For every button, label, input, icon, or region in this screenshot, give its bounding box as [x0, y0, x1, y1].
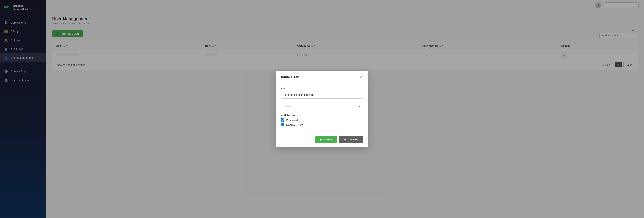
email-form-group: Email: [281, 87, 363, 99]
auth-methods-label: Auth Methods: [281, 113, 363, 116]
modal-body: Email: Viewer Editor Admin ▼ Auth Method… [276, 83, 368, 133]
modal-header: Invite User × [276, 71, 368, 83]
modal-title: Invite User [281, 75, 298, 79]
auth-methods-group: Auth Methods: Password Google OAuth [281, 113, 363, 126]
modal-invite-label: INVITE [324, 138, 332, 141]
auth-password-row[interactable]: Password [281, 118, 363, 122]
auth-google-oauth-checkbox[interactable] [281, 123, 284, 126]
role-select[interactable]: Viewer Editor Admin [281, 102, 363, 110]
modal-invite-button[interactable]: ▶ INVITE [316, 136, 337, 143]
modal-footer: ▶ INVITE ⊗ CANCEL [276, 133, 368, 147]
auth-google-oauth-row[interactable]: Google OAuth [281, 123, 363, 126]
modal-cancel-button[interactable]: ⊗ CANCEL [339, 136, 363, 143]
modal-cancel-label: CANCEL [348, 138, 358, 141]
email-input[interactable] [281, 91, 363, 99]
role-select-wrap: Viewer Editor Admin ▼ [281, 102, 363, 110]
email-label: Email: [281, 87, 363, 90]
cancel-icon: ⊗ [344, 138, 346, 141]
auth-password-checkbox[interactable] [281, 118, 284, 122]
modal-close-button[interactable]: × [358, 75, 363, 80]
play-icon: ▶ [320, 138, 322, 141]
modal-overlay[interactable]: Invite User × Email: Viewer Editor Admin… [0, 0, 644, 218]
auth-google-oauth-label: Google OAuth [286, 123, 303, 126]
invite-user-modal: Invite User × Email: Viewer Editor Admin… [276, 71, 368, 147]
auth-password-label: Password [286, 118, 298, 122]
role-form-group: Viewer Editor Admin ▼ [281, 102, 363, 110]
